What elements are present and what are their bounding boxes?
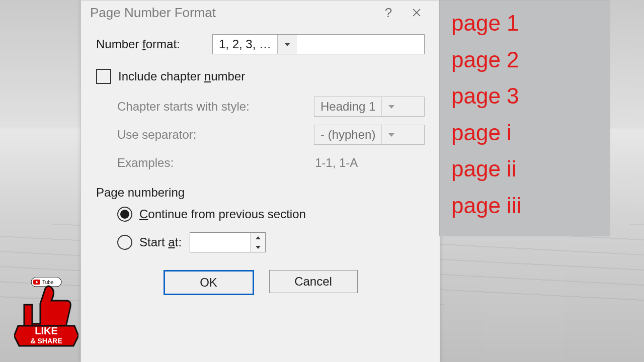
dialog-title: Page Number Format [90, 5, 216, 21]
youtube-text: Tube [42, 280, 54, 285]
chapter-style-value: Heading 1 [314, 100, 381, 114]
start-at-spinner[interactable] [190, 232, 266, 252]
like-share-badge: Tube LIKE & SHARE [14, 278, 78, 353]
start-at-value[interactable] [190, 233, 251, 252]
ok-button[interactable]: OK [164, 270, 254, 295]
examples-value: 1-1, 1-A [315, 156, 425, 170]
cancel-button[interactable]: Cancel [269, 270, 358, 293]
separator-dropdown-button [381, 125, 401, 144]
close-icon [412, 8, 421, 17]
spinner-up-button[interactable] [251, 233, 265, 242]
close-button[interactable] [403, 5, 431, 21]
share-text: & SHARE [30, 337, 62, 345]
page-numbering-group-label: Page numbering [96, 186, 425, 200]
spinner-down-button[interactable] [251, 242, 265, 252]
page-number-format-dialog: Page Number Format ? Number format: 1, 2… [80, 0, 440, 362]
separator-label: Use separator: [117, 128, 196, 142]
list-item: page iii [451, 188, 600, 224]
list-item: page i [451, 115, 600, 151]
chapter-style-combo: Heading 1 [314, 97, 425, 117]
number-format-value: 1, 2, 3, … [213, 37, 277, 51]
list-item: page 1 [451, 5, 600, 42]
number-format-label: Number format: [96, 37, 180, 51]
number-format-combo[interactable]: 1, 2, 3, … [212, 34, 425, 54]
caret-up-icon [256, 236, 261, 239]
number-format-dropdown-button[interactable] [277, 35, 297, 54]
start-at-radio[interactable] [117, 235, 132, 250]
examples-label: Examples: [117, 156, 174, 170]
chapter-style-label: Chapter starts with style: [117, 100, 250, 114]
continue-radio[interactable] [117, 207, 132, 222]
example-pages-panel: page 1 page 2 page 3 page i page ii page… [439, 0, 610, 236]
list-item: page 3 [451, 78, 600, 115]
chevron-down-icon [388, 133, 394, 137]
start-at-label: Start at: [139, 235, 182, 249]
list-item: page ii [451, 151, 600, 188]
separator-value: - (hyphen) [314, 128, 381, 142]
include-chapter-label: Include chapter number [118, 69, 245, 83]
help-button[interactable]: ? [374, 5, 403, 21]
chapter-style-dropdown-button [381, 97, 401, 116]
include-chapter-checkbox[interactable] [96, 69, 111, 84]
chevron-down-icon [388, 105, 394, 109]
continue-label: Continue from previous section [139, 207, 306, 221]
like-text: LIKE [35, 325, 58, 336]
titlebar: Page Number Format ? [81, 1, 440, 25]
caret-down-icon [256, 246, 261, 249]
chevron-down-icon [284, 43, 290, 46]
ribbon-icon: LIKE & SHARE [14, 325, 78, 346]
list-item: page 2 [451, 42, 600, 78]
separator-combo: - (hyphen) [314, 125, 425, 145]
